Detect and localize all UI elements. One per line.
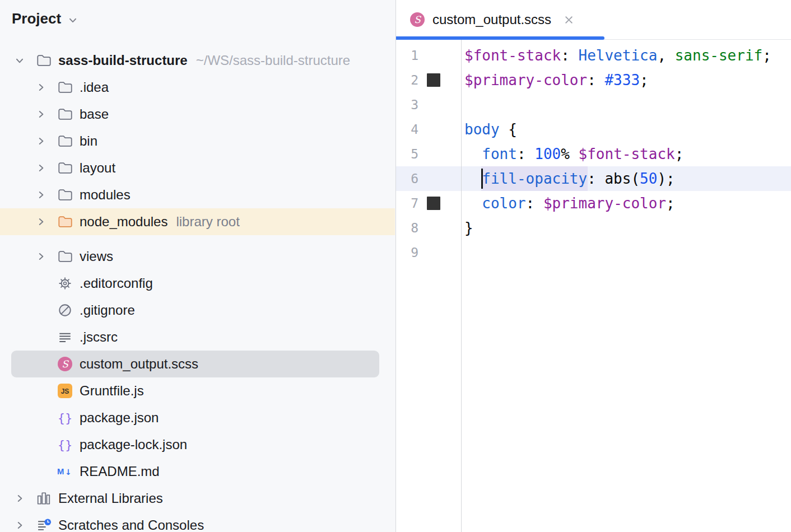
chevron-right-icon[interactable] [36, 82, 46, 92]
gutter-spacer [427, 147, 440, 161]
code-line-9[interactable] [462, 240, 791, 265]
line-number: 6 [396, 171, 418, 186]
tree-item-readme-md[interactable]: M↓README.md [0, 458, 395, 485]
tree-item-layout[interactable]: layout [0, 155, 395, 181]
tree-item-label: views [80, 249, 113, 264]
project-tree: sass-build-structure~/WS/sass-build-stru… [0, 47, 395, 532]
tree-item-bin[interactable]: bin [0, 128, 395, 155]
json-file-icon: {} [57, 437, 73, 452]
editor-gutter: 123456789 [396, 40, 461, 532]
tree-item-label: Gruntfile.js [80, 383, 144, 399]
tree-item-views[interactable]: views [0, 243, 395, 270]
chevron-right-icon[interactable] [15, 493, 25, 503]
editor-content[interactable]: $font-stack: Helvetica, sans-serif;$prim… [461, 40, 791, 532]
line-number: 7 [396, 196, 418, 211]
chevron-right-icon[interactable] [36, 136, 46, 146]
tree-item-jscsrc[interactable]: .jscsrc [0, 324, 395, 351]
tab-title: custom_output.scss [432, 12, 551, 27]
tree-item-editorconfig[interactable]: .editorconfig [0, 270, 395, 297]
chevron-right-icon[interactable] [15, 520, 25, 530]
chevron-right-icon[interactable] [36, 163, 46, 173]
gutter-spacer [427, 123, 440, 136]
tree-item-label: base [80, 106, 109, 122]
tree-item-label: node_modules [80, 214, 167, 230]
tab-close-icon[interactable] [563, 14, 575, 26]
editorconfig-gear-icon [57, 276, 73, 291]
gutter-spacer [427, 49, 440, 62]
editor-tab-custom-output-scss[interactable]: S custom_output.scss [396, 0, 585, 39]
line-number: 8 [396, 221, 418, 235]
code-line-8[interactable]: } [462, 216, 791, 240]
tree-item-external-libraries[interactable]: External Libraries [0, 485, 395, 512]
tree-item-label: sass-build-structure [58, 53, 188, 68]
javascript-file-icon: JS [57, 383, 73, 399]
code-line-5[interactable]: font: 100% $font-stack; [462, 142, 791, 166]
code-line-7[interactable]: color: $primary-color; [462, 191, 791, 216]
svg-text:{}: {} [58, 438, 73, 452]
gutter-spacer [427, 98, 440, 111]
tree-item-gitignore[interactable]: .gitignore [0, 297, 395, 324]
tree-item-package-lock-json[interactable]: {}package-lock.json [0, 431, 395, 458]
ignored-file-icon [57, 302, 73, 318]
chevron-right-icon[interactable] [36, 217, 46, 227]
tree-item-label: package.json [80, 410, 159, 426]
project-path: ~/WS/sass-build-structure [196, 53, 350, 68]
folder-icon [57, 133, 73, 149]
code-line-2[interactable]: $primary-color: #333; [462, 68, 791, 92]
external-libraries-icon [36, 491, 52, 506]
tree-item-label: bin [80, 133, 97, 149]
svg-text:↓: ↓ [65, 468, 72, 477]
code-line-1[interactable]: $font-stack: Helvetica, sans-serif; [462, 43, 791, 68]
project-panel-header[interactable]: Project [0, 0, 396, 27]
svg-text:S: S [62, 358, 69, 370]
gutter-spacer [427, 246, 440, 259]
code-area: 123456789 $font-stack: Helvetica, sans-s… [396, 40, 791, 532]
folder-icon [57, 187, 73, 203]
color-preview-swatch[interactable] [427, 73, 440, 87]
folder-icon [57, 249, 73, 264]
chevron-down-icon[interactable] [15, 55, 25, 66]
tree-item-label: Scratches and Consoles [58, 517, 204, 532]
color-preview-swatch[interactable] [427, 197, 440, 210]
tree-item-sass-build-structure[interactable]: sass-build-structure~/WS/sass-build-stru… [0, 47, 395, 74]
code-line-3[interactable] [462, 92, 791, 117]
gutter-spacer [427, 172, 440, 185]
text-caret [481, 169, 483, 189]
tree-item-modules[interactable]: modules [0, 181, 395, 208]
chevron-right-icon[interactable] [36, 251, 46, 262]
scratches-icon [36, 517, 52, 532]
line-number: 1 [396, 48, 418, 63]
tree-item-label: layout [80, 160, 115, 176]
svg-text:{}: {} [58, 412, 73, 425]
markdown-file-icon: M↓ [57, 464, 73, 479]
chevron-down-icon[interactable] [68, 15, 78, 25]
sass-file-icon: S [410, 12, 425, 27]
library-root-badge: library root [176, 214, 239, 230]
line-number: 2 [396, 73, 418, 87]
tree-item-label: External Libraries [58, 491, 163, 506]
folder-icon [57, 80, 73, 95]
project-tool-window: Project sass-build-structure~/WS/sass-bu… [0, 0, 396, 532]
code-line-4[interactable]: body { [462, 117, 791, 142]
line-number: 4 [396, 122, 418, 137]
tree-item-custom-output-scss[interactable]: Scustom_output.scss [0, 351, 395, 377]
tree-item-scratches-and-consoles[interactable]: Scratches and Consoles [0, 512, 395, 532]
folder-icon [57, 160, 73, 176]
tree-item-label: .gitignore [80, 302, 135, 318]
tree-item-label: custom_output.scss [80, 356, 198, 372]
gutter-spacer [427, 221, 440, 235]
chevron-right-icon[interactable] [36, 109, 46, 119]
tree-item-label: modules [80, 187, 131, 203]
tree-item-idea[interactable]: .idea [0, 74, 395, 101]
tree-item-node-modules[interactable]: node_moduleslibrary root [0, 208, 395, 235]
tree-item-package-json[interactable]: {}package.json [0, 404, 395, 431]
tree-item-base[interactable]: base [0, 101, 395, 128]
line-number: 3 [396, 97, 418, 112]
tree-item-gruntfile-js[interactable]: JSGruntfile.js [0, 377, 395, 404]
chevron-right-icon[interactable] [36, 190, 46, 200]
line-number: 5 [396, 147, 418, 161]
code-line-6[interactable]: fill-opacity: abs(50); [462, 166, 791, 191]
library-folder-icon [57, 214, 73, 230]
folder-icon [36, 53, 52, 68]
folder-icon [57, 106, 73, 122]
